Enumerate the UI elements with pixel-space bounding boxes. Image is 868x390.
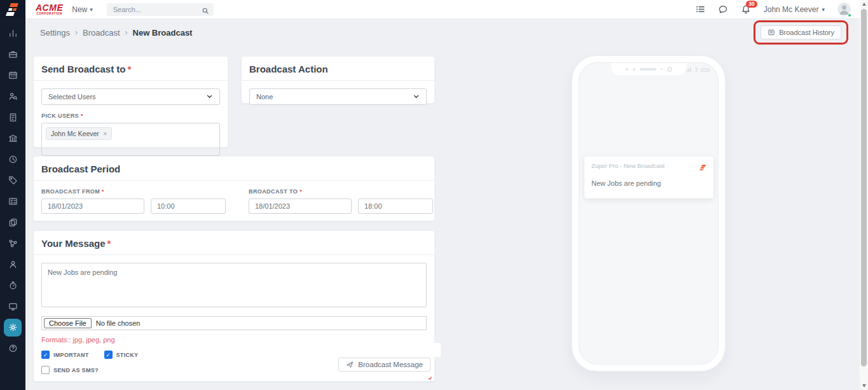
- broadcast-history-button[interactable]: Broadcast History: [761, 25, 841, 39]
- sidebar-item-checklists[interactable]: [0, 191, 25, 212]
- sidebar-item-tags[interactable]: [0, 170, 25, 191]
- user-menu[interactable]: John Mc Keever ▾: [764, 5, 825, 14]
- required-mark: *: [300, 188, 302, 195]
- broadcast-period-card: Broadcast Period BROADCAST FROM* 18/01/2…: [33, 156, 435, 221]
- search-icon[interactable]: [202, 6, 209, 17]
- bank-icon: [8, 134, 18, 143]
- page-scrollbar[interactable]: [860, 0, 868, 390]
- send-as-sms-checkbox[interactable]: ✓ SEND AS SMS?: [41, 366, 99, 374]
- user-chip[interactable]: John Mc Keever ×: [46, 127, 112, 140]
- breadcrumb: Settings › Broadcast › New Broadcast: [40, 28, 192, 38]
- overlay-artifact: [431, 343, 441, 357]
- app-logo[interactable]: [0, 0, 25, 19]
- chevron-down-icon: [206, 93, 213, 101]
- pick-users-input[interactable]: John Mc Keever ×: [41, 123, 220, 156]
- sidebar-item-integrations[interactable]: [0, 233, 25, 254]
- user-chip-label: John Mc Keever: [51, 130, 99, 137]
- sidebar-item-settings[interactable]: [0, 317, 25, 338]
- breadcrumb-settings[interactable]: Settings: [40, 28, 70, 38]
- file-upload-input[interactable]: Choose File No file chosen: [41, 316, 427, 330]
- share-nodes-icon: [8, 239, 18, 248]
- scrollbar-thumb[interactable]: [861, 9, 867, 366]
- scroll-down-arrow[interactable]: [860, 382, 868, 390]
- briefcase-icon: [8, 50, 18, 59]
- sidebar-item-library[interactable]: [0, 128, 25, 149]
- broadcast-to-group: BROADCAST TO* 18/01/2023 18:00: [249, 188, 433, 214]
- sidebar-item-timeoff[interactable]: [0, 275, 25, 296]
- camera-icon: [667, 67, 672, 72]
- sticky-checkbox[interactable]: ✓ STICKY: [104, 351, 139, 359]
- stopwatch-icon: [8, 281, 18, 290]
- send-icon: [346, 361, 354, 368]
- send-to-select-value: Selected Users: [48, 93, 96, 101]
- broadcast-action-select[interactable]: None: [249, 88, 427, 105]
- file-status-text: No file chosen: [96, 319, 141, 327]
- send-to-select[interactable]: Selected Users: [41, 88, 220, 105]
- avatar[interactable]: [837, 3, 851, 16]
- wifi-icon: [693, 67, 699, 73]
- breadcrumb-separator: ›: [125, 28, 128, 37]
- choose-file-button[interactable]: Choose File: [44, 318, 92, 328]
- chat-button[interactable]: [718, 4, 728, 15]
- notification-count-badge: 30: [746, 1, 757, 8]
- sticky-label: STICKY: [116, 352, 139, 358]
- broadcast-to-label: BROADCAST TO*: [249, 188, 433, 195]
- list-menu-button[interactable]: [696, 4, 705, 14]
- broadcast-from-label: BROADCAST FROM*: [41, 188, 226, 195]
- sidebar-item-teams[interactable]: [0, 254, 25, 275]
- sidebar-item-devices[interactable]: [0, 296, 25, 317]
- push-notification-card[interactable]: Zuper Pro - New Broadcast New Jobs are p…: [584, 157, 713, 198]
- remove-chip-icon[interactable]: ×: [103, 130, 107, 137]
- help-icon: [8, 344, 18, 353]
- broadcast-to-date-input[interactable]: 18/01/2023: [249, 198, 352, 214]
- broadcast-action-select-value: None: [256, 93, 273, 101]
- phone-status-icons: [686, 67, 709, 72]
- message-textarea[interactable]: New Jobs are pending: [41, 263, 427, 307]
- user-icon: [8, 260, 18, 269]
- breadcrumb-broadcast[interactable]: Broadcast: [83, 28, 120, 38]
- broadcast-message-button[interactable]: Broadcast Message: [338, 358, 431, 372]
- sensor-dot: [626, 68, 628, 71]
- checkbox-icon: ✓: [41, 351, 50, 359]
- top-navbar: ACME CORPORATION New ▾ 30 John Mc Keever…: [25, 0, 860, 19]
- sidebar-item-invoices[interactable]: [0, 107, 25, 128]
- company-logo[interactable]: ACME CORPORATION: [36, 3, 63, 16]
- notifications-button[interactable]: 30: [741, 4, 751, 15]
- broadcast-history-highlight-box: Broadcast History: [754, 20, 848, 45]
- checkbox-icon: ✓: [104, 351, 113, 359]
- sidebar-item-service-contracts[interactable]: [0, 212, 25, 233]
- new-menu-button[interactable]: New ▾: [72, 5, 93, 14]
- topbar-actions: 30 John Mc Keever ▾: [696, 3, 860, 16]
- chat-bubble-icon: [718, 4, 728, 15]
- sidebar-item-help[interactable]: [0, 338, 25, 359]
- broadcast-from-date-input[interactable]: 18/01/2023: [41, 198, 144, 214]
- your-message-title: Your Message*: [34, 231, 434, 255]
- required-mark: *: [107, 238, 111, 249]
- important-checkbox[interactable]: ✓ IMPORTANT: [41, 351, 89, 359]
- sidebar-item-schedule[interactable]: [0, 65, 25, 86]
- send-broadcast-to-card: Send Broadcast to* Selected Users PICK U…: [33, 56, 228, 148]
- breadcrumb-bar: Settings › Broadcast › New Broadcast Bro…: [25, 19, 860, 46]
- pick-users-label: PICK USERS*: [41, 113, 220, 119]
- calendar-icon: [8, 71, 18, 80]
- speaker-bar: [640, 68, 656, 71]
- phone-screen: Zuper Pro - New Broadcast New Jobs are p…: [579, 62, 719, 365]
- clock-icon: [8, 155, 18, 164]
- broadcast-to-time-input[interactable]: 18:00: [358, 198, 433, 214]
- copy-pages-icon: [8, 218, 18, 227]
- required-mark: *: [81, 113, 83, 119]
- scroll-up-arrow[interactable]: [860, 0, 868, 8]
- sidebar-item-timesheets[interactable]: [0, 149, 25, 170]
- sidebar-item-jobs[interactable]: [0, 44, 25, 65]
- broadcast-from-time-input[interactable]: 10:00: [151, 198, 226, 214]
- search-input[interactable]: [107, 3, 214, 16]
- breadcrumb-separator: ›: [75, 28, 78, 37]
- chevron-down-icon: ▾: [822, 6, 825, 13]
- chevron-down-icon: [413, 93, 420, 101]
- new-menu-label: New: [72, 5, 87, 14]
- formats-note: Formats:: jpg, jpeg, png: [41, 336, 427, 344]
- sidebar-item-analytics[interactable]: [0, 23, 25, 44]
- sidebar-item-customers[interactable]: [0, 86, 25, 107]
- phone-notch: [611, 63, 686, 75]
- broadcast-action-title: Broadcast Action: [242, 57, 434, 81]
